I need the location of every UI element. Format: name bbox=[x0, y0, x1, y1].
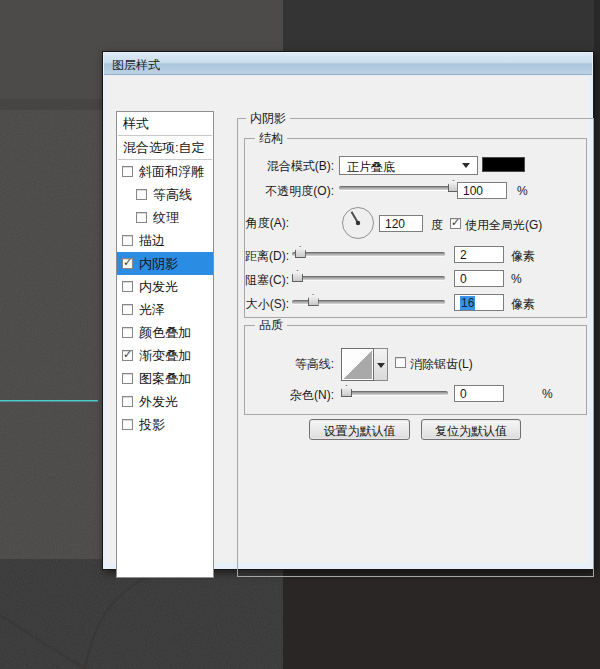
style-enable-checkbox[interactable] bbox=[122, 419, 133, 430]
chevron-down-icon bbox=[462, 163, 470, 168]
shadow-color-swatch[interactable] bbox=[482, 157, 525, 172]
noise-slider[interactable] bbox=[341, 384, 448, 398]
distance-slider[interactable] bbox=[292, 245, 445, 259]
style-enable-checkbox[interactable] bbox=[122, 350, 133, 361]
angle-field[interactable]: 120 bbox=[379, 215, 423, 232]
style-enable-checkbox[interactable] bbox=[122, 327, 133, 338]
panel-title: 内阴影 bbox=[246, 111, 290, 126]
antialias-label: 消除锯齿(L) bbox=[410, 356, 473, 373]
size-unit: 像素 bbox=[511, 296, 535, 313]
antialias-checkbox[interactable] bbox=[395, 357, 406, 368]
style-enable-checkbox[interactable] bbox=[122, 258, 133, 269]
sidebar-item-label: 内发光 bbox=[139, 278, 178, 296]
size-label: 大小(S): bbox=[201, 296, 289, 313]
reset-default-button[interactable]: 复位为默认值 bbox=[421, 419, 521, 440]
sidebar-item-label: 图案叠加 bbox=[139, 370, 191, 388]
size-field[interactable]: 16 bbox=[454, 294, 504, 311]
opacity-unit: % bbox=[517, 184, 528, 198]
use-global-light-label: 使用全局光(G) bbox=[465, 217, 542, 234]
contour-thumbnail[interactable] bbox=[341, 348, 374, 381]
opacity-slider[interactable] bbox=[339, 179, 459, 193]
distance-label: 距离(D): bbox=[201, 248, 289, 265]
sidebar-item-label: 内阴影 bbox=[139, 255, 178, 273]
distance-unit: 像素 bbox=[511, 248, 535, 265]
contour-dropdown-arrow[interactable] bbox=[374, 348, 388, 381]
use-global-light-checkbox[interactable] bbox=[450, 218, 461, 229]
angle-dial[interactable] bbox=[341, 206, 375, 240]
distance-field[interactable]: 2 bbox=[454, 246, 504, 263]
dialog-titlebar[interactable]: 图层样式 bbox=[104, 53, 592, 75]
cyan-guide-line bbox=[0, 400, 98, 402]
distance-slider-track[interactable] bbox=[292, 252, 445, 257]
make-default-button[interactable]: 设置为默认值 bbox=[309, 419, 410, 440]
style-enable-checkbox[interactable] bbox=[122, 281, 133, 292]
sidebar-item-stroke[interactable]: 描边 bbox=[117, 229, 213, 252]
quality-legend: 品质 bbox=[255, 318, 287, 333]
sidebar-item-label: 描边 bbox=[139, 232, 165, 250]
blend-mode-value: 正片叠底 bbox=[347, 160, 395, 174]
sidebar-item-label: 混合选项:自定 bbox=[123, 139, 205, 157]
sidebar-item-pattern-overlay[interactable]: 图案叠加 bbox=[117, 367, 213, 390]
noise-field[interactable]: 0 bbox=[454, 385, 504, 402]
dialog-body: 样式 混合选项:自定 斜面和浮雕 等高线 纹理 描边 内阴影 内发光 光泽 颜色… bbox=[106, 76, 589, 563]
sidebar-item-inner-glow[interactable]: 内发光 bbox=[117, 275, 213, 298]
choke-unit: % bbox=[511, 272, 522, 286]
sidebar-item-label: 等高线 bbox=[153, 186, 192, 204]
opacity-label: 不透明度(O): bbox=[246, 183, 334, 200]
sidebar-item-label: 纹理 bbox=[153, 209, 179, 227]
choke-slider-track[interactable] bbox=[292, 276, 445, 281]
choke-slider[interactable] bbox=[292, 269, 445, 283]
size-slider-thumb[interactable] bbox=[308, 294, 319, 306]
sidebar-item-bevel-emboss[interactable]: 斜面和浮雕 bbox=[117, 160, 213, 183]
noise-label: 杂色(N): bbox=[246, 387, 334, 404]
sidebar-item-gradient-overlay[interactable]: 渐变叠加 bbox=[117, 344, 213, 367]
sidebar-item-inner-shadow[interactable]: 内阴影 bbox=[117, 252, 213, 275]
size-slider[interactable] bbox=[292, 293, 445, 307]
sidebar-item-texture[interactable]: 纹理 bbox=[117, 206, 213, 229]
blend-mode-label: 混合模式(B): bbox=[246, 158, 334, 175]
sidebar-item-contour[interactable]: 等高线 bbox=[117, 183, 213, 206]
sidebar-item-label: 外发光 bbox=[139, 393, 178, 411]
sidebar-item-satin[interactable]: 光泽 bbox=[117, 298, 213, 321]
sidebar-item-label: 投影 bbox=[139, 416, 165, 434]
sidebar-item-color-overlay[interactable]: 颜色叠加 bbox=[117, 321, 213, 344]
sidebar-item-drop-shadow[interactable]: 投影 bbox=[117, 413, 213, 436]
choke-slider-thumb[interactable] bbox=[292, 270, 303, 282]
sidebar-item-label: 颜色叠加 bbox=[139, 324, 191, 342]
style-enable-checkbox[interactable] bbox=[122, 304, 133, 315]
angle-label: 角度(A): bbox=[201, 215, 289, 232]
style-enable-checkbox[interactable] bbox=[122, 166, 133, 177]
noise-slider-track[interactable] bbox=[341, 391, 448, 396]
layer-style-dialog: 图层样式 样式 混合选项:自定 斜面和浮雕 等高线 纹理 描边 内阴影 内发光 … bbox=[102, 51, 594, 570]
sidebar-item-styles[interactable]: 样式 bbox=[117, 112, 213, 135]
sidebar-item-outer-glow[interactable]: 外发光 bbox=[117, 390, 213, 413]
sidebar-item-label: 光泽 bbox=[139, 301, 165, 319]
contour-label: 等高线: bbox=[246, 356, 334, 373]
sidebar-item-label: 斜面和浮雕 bbox=[139, 163, 204, 181]
photoshop-workspace: 图层样式 样式 混合选项:自定 斜面和浮雕 等高线 纹理 描边 内阴影 内发光 … bbox=[0, 0, 600, 669]
distance-slider-thumb[interactable] bbox=[295, 246, 306, 258]
style-enable-checkbox[interactable] bbox=[136, 212, 147, 223]
style-enable-checkbox[interactable] bbox=[122, 235, 133, 246]
noise-slider-thumb[interactable] bbox=[341, 385, 352, 397]
sidebar-item-blending-options[interactable]: 混合选项:自定 bbox=[117, 136, 213, 159]
style-enable-checkbox[interactable] bbox=[122, 396, 133, 407]
choke-field[interactable]: 0 bbox=[454, 270, 504, 287]
workspace-background-right bbox=[594, 0, 600, 570]
blend-mode-dropdown[interactable]: 正片叠底 bbox=[339, 156, 478, 175]
workspace-background bbox=[283, 570, 600, 669]
sidebar-item-label: 渐变叠加 bbox=[139, 347, 191, 365]
structure-legend: 结构 bbox=[255, 131, 287, 146]
noise-unit: % bbox=[542, 387, 553, 401]
choke-label: 阻塞(C): bbox=[201, 272, 289, 289]
opacity-slider-track[interactable] bbox=[339, 186, 459, 191]
dialog-title: 图层样式 bbox=[104, 53, 592, 74]
style-enable-checkbox[interactable] bbox=[136, 189, 147, 200]
style-enable-checkbox[interactable] bbox=[122, 373, 133, 384]
opacity-field[interactable]: 100 bbox=[457, 182, 507, 199]
style-list: 样式 混合选项:自定 斜面和浮雕 等高线 纹理 描边 内阴影 内发光 光泽 颜色… bbox=[116, 111, 214, 578]
angle-unit: 度 bbox=[431, 217, 443, 234]
sidebar-item-label: 样式 bbox=[123, 115, 149, 133]
